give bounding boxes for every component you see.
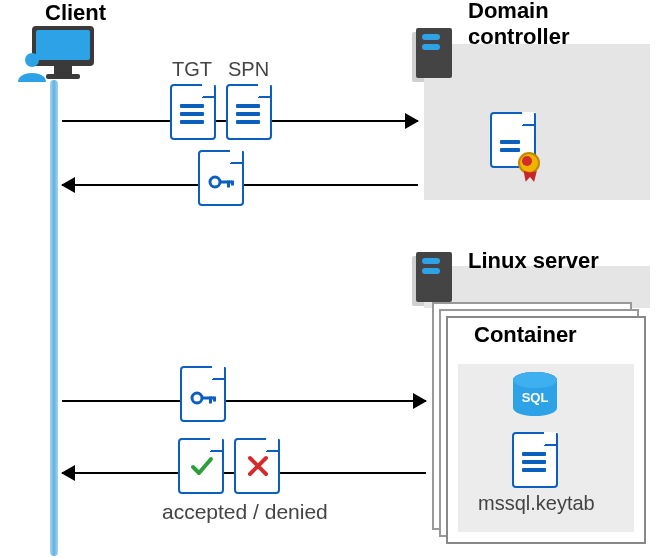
svg-rect-13 xyxy=(201,397,214,400)
checkmark-icon xyxy=(190,454,214,478)
kerberos-auth-diagram: Client Domain controller Linux server Co… xyxy=(0,0,660,558)
client-title: Client xyxy=(45,0,106,26)
cross-icon xyxy=(246,454,270,478)
server-icon xyxy=(416,252,452,302)
linux-server-title: Linux server xyxy=(468,248,599,274)
server-icon xyxy=(416,28,452,78)
svg-rect-2 xyxy=(54,66,72,74)
sql-azure-icon: SQL xyxy=(510,370,560,420)
svg-point-8 xyxy=(210,177,220,187)
svg-text:SQL: SQL xyxy=(522,390,549,405)
document-key-icon xyxy=(180,366,226,422)
svg-rect-14 xyxy=(209,397,212,404)
spn-label: SPN xyxy=(228,58,269,81)
client-lifeline xyxy=(50,80,58,556)
document-denied-icon xyxy=(234,438,280,494)
document-keytab-icon xyxy=(512,432,558,488)
user-icon xyxy=(16,50,48,82)
domain-controller-title: Domain controller xyxy=(468,0,569,51)
svg-rect-15 xyxy=(213,397,216,402)
document-tgt-icon xyxy=(170,84,216,140)
keytab-filename: mssql.keytab xyxy=(478,492,595,515)
svg-point-12 xyxy=(192,393,202,403)
svg-rect-3 xyxy=(46,74,80,79)
document-accepted-icon xyxy=(178,438,224,494)
svg-point-6 xyxy=(513,372,557,388)
arrow-client-to-linux xyxy=(62,400,426,402)
svg-rect-10 xyxy=(227,181,230,188)
tgt-label: TGT xyxy=(172,58,212,81)
container-title: Container xyxy=(474,322,577,348)
status-label: accepted / denied xyxy=(162,500,328,524)
document-spn-icon xyxy=(226,84,272,140)
certificate-icon xyxy=(490,112,536,168)
svg-rect-9 xyxy=(219,181,232,184)
svg-rect-11 xyxy=(231,181,234,186)
svg-point-4 xyxy=(25,53,39,67)
document-key-icon xyxy=(198,150,244,206)
